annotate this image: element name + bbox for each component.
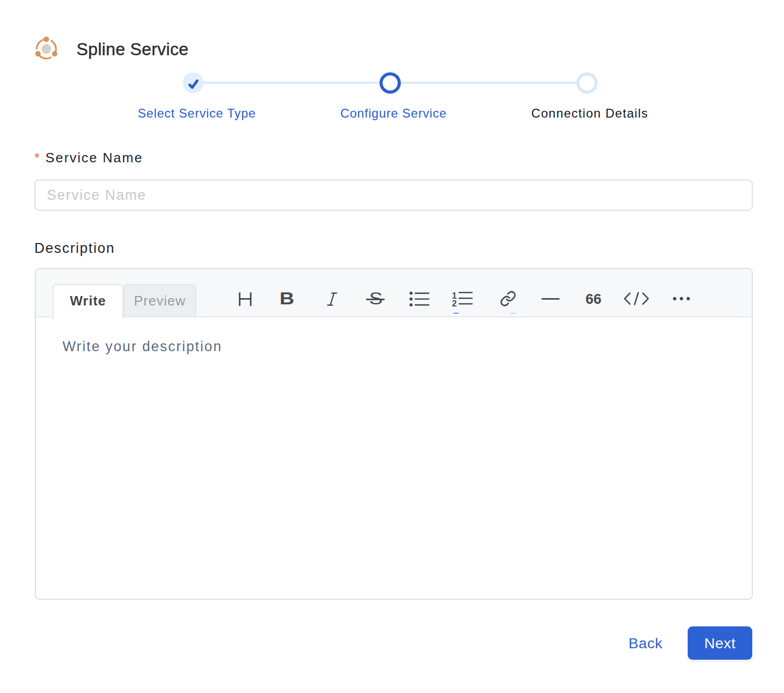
svg-text:2: 2	[452, 299, 457, 307]
